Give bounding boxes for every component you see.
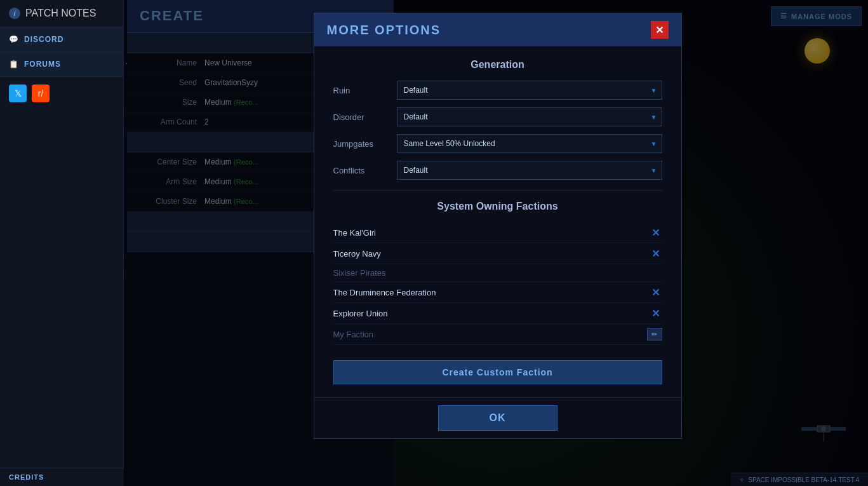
faction-remove-button[interactable]: ✕: [650, 307, 662, 320]
ok-button[interactable]: OK: [438, 405, 558, 431]
reddit-icon[interactable]: r/: [32, 84, 50, 102]
credits-bar[interactable]: CREDITS: [0, 468, 124, 486]
discord-label: DISCORD: [24, 35, 63, 44]
forums-icon: 📋: [9, 60, 19, 69]
modal-body: Generation RuinDefaultNoneLowHighDisorde…: [314, 46, 681, 397]
option-row-ruin: RuinDefaultNoneLowHigh: [333, 81, 662, 100]
option-label: Conflicts: [333, 166, 397, 175]
patch-notes-label: PATCH NOTES: [25, 8, 96, 19]
faction-item: The Druminence Federation✕: [333, 282, 662, 303]
option-select-jumpgates[interactable]: Same Level 50% UnlockedAll UnlockedAll L…: [397, 134, 662, 153]
modal-close-button[interactable]: ✕: [651, 21, 669, 39]
create-custom-faction-button[interactable]: Create Custom Faction: [333, 360, 662, 384]
faction-remove-button[interactable]: ✕: [650, 286, 662, 299]
factions-section-title: System Owning Factions: [333, 201, 662, 212]
option-row-disorder: DisorderDefaultNoneLowHigh: [333, 107, 662, 126]
option-select-conflicts[interactable]: DefaultNoneLowHigh: [397, 161, 662, 180]
social-links: 𝕏 r/: [0, 77, 123, 110]
status-bar: ⟡ SPACE IMPOSSIBLE BETA-14.TEST.4: [731, 473, 868, 486]
select-wrapper-jumpgates: Same Level 50% UnlockedAll UnlockedAll L…: [397, 134, 662, 153]
generation-options: RuinDefaultNoneLowHighDisorderDefaultNon…: [333, 81, 662, 180]
modal-title: MORE OPTIONS: [327, 23, 441, 37]
faction-item: My Faction✏: [333, 324, 662, 345]
credits-label: CREDITS: [9, 473, 44, 481]
option-select-disorder[interactable]: DefaultNoneLowHigh: [397, 107, 662, 126]
faction-item: Explorer Union✕: [333, 303, 662, 324]
info-icon: i: [9, 8, 20, 19]
faction-list: The Kal'Giri✕Ticeroy Navy✕Sixiser Pirate…: [333, 222, 662, 345]
faction-name: Explorer Union: [333, 309, 650, 318]
option-select-ruin[interactable]: DefaultNoneLowHigh: [397, 81, 662, 100]
select-wrapper-conflicts: DefaultNoneLowHigh: [397, 161, 662, 180]
faction-item: The Kal'Giri✕: [333, 222, 662, 243]
option-row-jumpgates: JumpgatesSame Level 50% UnlockedAll Unlo…: [333, 134, 662, 153]
faction-item: Ticeroy Navy✕: [333, 243, 662, 264]
generation-section-title: Generation: [333, 59, 662, 71]
forums-button[interactable]: 📋 FORUMS: [0, 52, 123, 77]
twitter-icon[interactable]: 𝕏: [9, 84, 27, 102]
section-divider: [333, 190, 662, 191]
modal-header: MORE OPTIONS ✕: [314, 13, 681, 46]
option-label: Ruin: [333, 86, 397, 95]
select-wrapper-ruin: DefaultNoneLowHigh: [397, 81, 662, 100]
forums-label: FORUMS: [24, 60, 61, 69]
modal-overlay: MORE OPTIONS ✕ Generation RuinDefaultNon…: [127, 0, 868, 486]
select-wrapper-disorder: DefaultNoneLowHigh: [397, 107, 662, 126]
faction-name: The Druminence Federation: [333, 288, 650, 297]
discord-button[interactable]: 💬 DISCORD: [0, 27, 123, 52]
modal-footer: OK: [314, 397, 681, 438]
option-label: Disorder: [333, 112, 397, 122]
faction-edit-button[interactable]: ✏: [647, 328, 662, 341]
faction-name: My Faction: [333, 330, 647, 339]
status-label: SPACE IMPOSSIBLE BETA-14.TEST.4: [748, 476, 859, 483]
sidebar: i PATCH NOTES 💬 DISCORD 📋 FORUMS 𝕏 r/ CR…: [0, 0, 124, 486]
faction-name: Sixiser Pirates: [333, 268, 662, 278]
faction-item: Sixiser Pirates: [333, 264, 662, 282]
close-icon: ✕: [655, 24, 664, 36]
option-row-conflicts: ConflictsDefaultNoneLowHigh: [333, 161, 662, 180]
discord-icon: 💬: [9, 35, 19, 44]
more-options-modal: MORE OPTIONS ✕ Generation RuinDefaultNon…: [314, 13, 682, 439]
sidebar-patch-notes[interactable]: i PATCH NOTES: [0, 0, 123, 27]
status-icon: ⟡: [740, 476, 744, 483]
faction-name: The Kal'Giri: [333, 228, 650, 238]
faction-name: Ticeroy Navy: [333, 249, 650, 259]
faction-remove-button[interactable]: ✕: [650, 247, 662, 260]
option-label: Jumpgates: [333, 139, 397, 149]
faction-remove-button[interactable]: ✕: [650, 226, 662, 239]
